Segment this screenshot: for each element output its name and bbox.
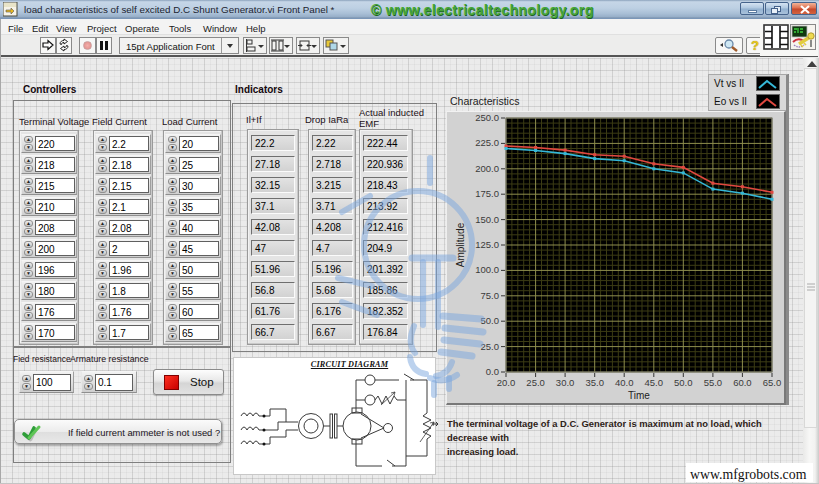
svg-text:60.0: 60.0: [733, 377, 752, 388]
svg-text:50.0: 50.0: [674, 377, 693, 388]
svg-text:30.0: 30.0: [556, 377, 575, 388]
svg-text:20.0: 20.0: [497, 377, 516, 388]
svg-text:225.0: 225.0: [475, 137, 499, 148]
svg-text:35.0: 35.0: [585, 377, 604, 388]
svg-text:250.0: 250.0: [475, 112, 499, 123]
svg-text:25.0: 25.0: [526, 377, 545, 388]
svg-text:40.0: 40.0: [615, 377, 634, 388]
svg-text:55.0: 55.0: [704, 377, 723, 388]
svg-text:45.0: 45.0: [645, 377, 664, 388]
svg-text:65.0: 65.0: [763, 377, 782, 388]
svg-text:Time: Time: [628, 390, 650, 401]
